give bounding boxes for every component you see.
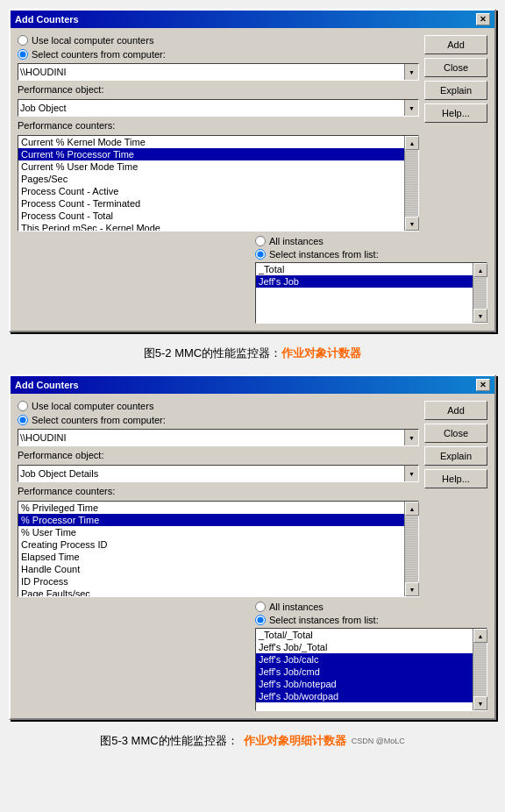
perf-counters-label: Performance counters: xyxy=(18,120,419,131)
instances-scrollbar[interactable]: ▲ ▼ xyxy=(473,263,487,323)
instances-right: All instances Select instances from list… xyxy=(255,236,487,324)
caption2: 图5-3 MMC的性能监控器：作业对象明细计数器 CSDN @MoLC xyxy=(9,729,496,753)
list-item[interactable]: Jeff's Job/notepad xyxy=(256,678,473,690)
caption2-suffix: CSDN @MoLC xyxy=(352,737,405,745)
instances-row: All instances Select instances from list… xyxy=(18,236,487,324)
list-item[interactable]: Pages/Sec xyxy=(18,173,404,185)
radio2-all-input[interactable] xyxy=(255,602,266,612)
counters-scrollbar[interactable]: ▲ ▼ xyxy=(404,136,418,231)
scroll-down-arrow[interactable]: ▼ xyxy=(473,309,487,323)
list-item[interactable]: Handle Count xyxy=(18,563,404,575)
list-item[interactable]: Current % Processor Time xyxy=(18,148,404,160)
radio-select-computer-input[interactable] xyxy=(18,49,28,60)
scroll2-track[interactable] xyxy=(405,516,418,582)
perf2-object-input[interactable] xyxy=(18,466,404,481)
caption1-prefix: 图5-2 MMC的性能监控器： xyxy=(144,346,281,360)
radio2-all-instances: All instances xyxy=(255,602,487,612)
dialog1-close-button[interactable]: ✕ xyxy=(476,13,490,25)
scroll3-down-arrow[interactable]: ▼ xyxy=(473,696,487,710)
list-item[interactable]: Creating Process ID xyxy=(18,538,404,551)
computer-input[interactable] xyxy=(18,64,404,80)
radio-all-input[interactable] xyxy=(255,236,266,246)
computer-combo[interactable]: ▼ xyxy=(18,63,419,81)
help2-button[interactable]: Help... xyxy=(424,469,487,488)
instances-list: _Total Jeff's Job xyxy=(256,263,473,323)
list-item[interactable]: Jeff's Job/wordpad xyxy=(256,690,473,702)
computer2-combo[interactable]: ▼ xyxy=(18,429,419,446)
radio2-select-computer-input[interactable] xyxy=(18,415,28,425)
list-item[interactable]: Current % Kernel Mode Time xyxy=(18,136,404,148)
close2-button[interactable]: Close xyxy=(424,424,487,443)
scroll3-up-arrow[interactable]: ▲ xyxy=(473,629,487,643)
perf-object-combo[interactable]: ▼ xyxy=(18,99,419,117)
radio2-select-input[interactable] xyxy=(255,615,266,625)
radio-local: Use local computer counters xyxy=(18,35,419,46)
perf2-object-combo-arrow[interactable]: ▼ xyxy=(404,466,418,481)
list-item[interactable]: Page Faults/sec xyxy=(18,588,404,596)
computer2-combo-arrow[interactable]: ▼ xyxy=(404,430,418,445)
list-item[interactable]: ID Process xyxy=(18,575,404,588)
help-button[interactable]: Help... xyxy=(424,103,487,123)
radio2-local: Use local computer counters xyxy=(18,401,419,411)
scroll-track[interactable] xyxy=(473,277,487,309)
dialog2-title: Add Counters xyxy=(15,380,79,390)
list-item[interactable]: Process Count - Total xyxy=(18,210,404,222)
list-item[interactable]: % Privileged Time xyxy=(18,502,404,514)
computer2-input[interactable] xyxy=(18,430,404,445)
scroll3-track[interactable] xyxy=(473,643,487,696)
list-item[interactable]: Elapsed Time xyxy=(18,551,404,563)
radio2-all-label: All instances xyxy=(269,602,324,612)
list-item[interactable]: Current % User Mode Time xyxy=(18,160,404,173)
counters-listbox[interactable]: Current % Kernel Mode Time Current % Pro… xyxy=(18,135,419,231)
radio-local-input[interactable] xyxy=(18,35,28,46)
dialog2-close-button[interactable]: ✕ xyxy=(476,379,490,391)
explain-button[interactable]: Explain xyxy=(424,81,487,100)
list-item[interactable]: _Total/_Total xyxy=(256,629,473,641)
radio2-local-input[interactable] xyxy=(18,401,28,411)
scroll2-down-arrow[interactable]: ▼ xyxy=(405,582,419,596)
list-item[interactable]: Jeff's Job/calc xyxy=(256,653,473,666)
scroll2-up-arrow[interactable]: ▲ xyxy=(405,502,419,516)
instances2-listbox[interactable]: _Total/_Total Jeff's Job/_Total Jeff's J… xyxy=(255,628,487,711)
radio-local-label: Use local computer counters xyxy=(32,35,153,46)
list-item[interactable]: Process Count - Terminated xyxy=(18,197,404,210)
counters2-list: % Privileged Time % Processor Time % Use… xyxy=(18,502,404,596)
add2-button[interactable]: Add xyxy=(424,401,487,420)
instances2-left xyxy=(18,602,250,711)
scroll-up-arrow[interactable]: ▲ xyxy=(473,263,487,277)
perf2-counters-label: Performance counters: xyxy=(18,486,419,496)
list-item[interactable]: This Period mSec - Kernel Mode xyxy=(18,222,404,231)
caption1: 图5-2 MMC的性能监控器：作业对象计数器 xyxy=(9,341,496,366)
counters2-scrollbar[interactable]: ▲ ▼ xyxy=(404,502,418,596)
dialog1-titlebar: Add Counters ✕ xyxy=(11,11,494,28)
perf2-object-label: Performance object: xyxy=(18,450,419,460)
scroll-up-arrow[interactable]: ▲ xyxy=(405,136,419,150)
perf-object-input[interactable] xyxy=(18,100,404,116)
scroll-down-arrow[interactable]: ▼ xyxy=(405,217,419,231)
list-item[interactable]: % Processor Time xyxy=(18,514,404,526)
radio-select-instances: Select instances from list: xyxy=(255,249,487,260)
explain2-button[interactable]: Explain xyxy=(424,446,487,466)
dialog2-titlebar: Add Counters ✕ xyxy=(11,376,494,394)
radio-select-input[interactable] xyxy=(255,249,266,260)
computer-combo-arrow[interactable]: ▼ xyxy=(404,64,418,80)
dialog1: Add Counters ✕ Use local computer counte… xyxy=(9,9,496,332)
scroll-track[interactable] xyxy=(405,150,418,217)
perf-object-combo-arrow[interactable]: ▼ xyxy=(404,100,418,116)
counters2-listbox[interactable]: % Privileged Time % Processor Time % Use… xyxy=(18,501,419,597)
instances-listbox[interactable]: _Total Jeff's Job ▲ ▼ xyxy=(255,262,487,324)
perf2-object-combo[interactable]: ▼ xyxy=(18,465,419,482)
close-button[interactable]: Close xyxy=(424,58,487,77)
list-item[interactable]: _Total xyxy=(256,263,473,275)
list-item[interactable]: % User Time xyxy=(18,526,404,538)
radio-select-computer: Select counters from computer: xyxy=(18,49,419,60)
caption2-prefix: 图5-3 MMC的性能监控器： xyxy=(100,733,238,749)
list-item[interactable]: Jeff's Job/_Total xyxy=(256,641,473,653)
radio2-select-computer-label: Select counters from computer: xyxy=(32,415,166,425)
list-item[interactable]: Jeff's Job/cmd xyxy=(256,666,473,678)
list-item[interactable]: Process Count - Active xyxy=(18,185,404,197)
instances2-scrollbar[interactable]: ▲ ▼ xyxy=(473,629,487,710)
list-item[interactable]: Jeff's Job xyxy=(256,275,473,288)
radio-select-label: Select instances from list: xyxy=(269,249,379,260)
add-button[interactable]: Add xyxy=(424,35,487,54)
